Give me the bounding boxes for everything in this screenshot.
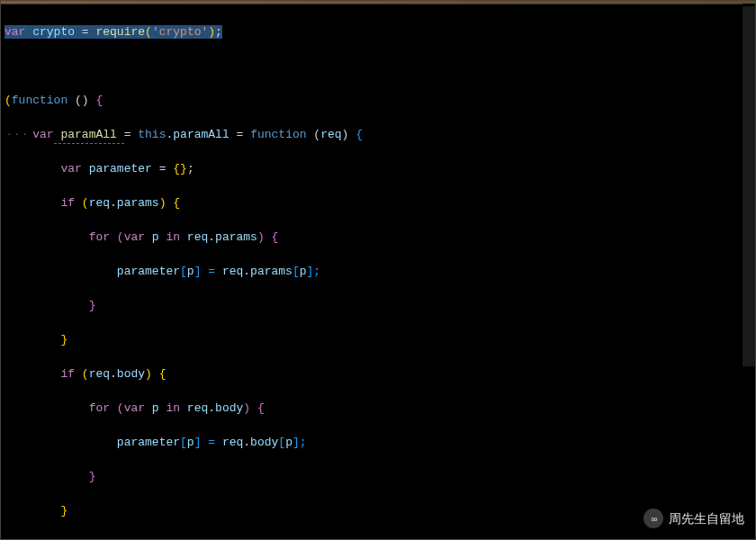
code-line: } [4,331,752,348]
code-line: for (var p in req.body) { [4,400,752,417]
wechat-icon: ∞ [644,508,663,528]
fold-dots-icon: ··· [6,126,30,143]
code-line: parameter[p] = req.params[p]; [4,263,752,280]
watermark-text: 周先生自留地 [669,510,744,527]
code-line: parameter[p] = req.body[p]; [4,434,752,451]
code-editor[interactable]: var crypto = require('crypto'); (functio… [0,0,756,540]
code-line: var parameter = {}; [4,160,752,177]
code-line: ··· var paramAll = this.paramAll = funct… [4,126,752,143]
code-line: for (var p in req.params) { [4,229,752,246]
code-line: var crypto = require('crypto'); [4,23,752,40]
code-line: } [4,468,752,485]
code-line: } [4,502,752,519]
code-line: if (req.params) { [4,194,752,212]
code-area[interactable]: var crypto = require('crypto'); (functio… [1,4,755,540]
code-line: } [4,297,752,314]
code-line [4,58,752,75]
watermark: ∞ 周先生自留地 [644,508,744,528]
code-line: if (req.query) { [4,536,752,540]
code-line: if (req.body) { [4,365,752,382]
code-line: (function () { [4,92,752,109]
